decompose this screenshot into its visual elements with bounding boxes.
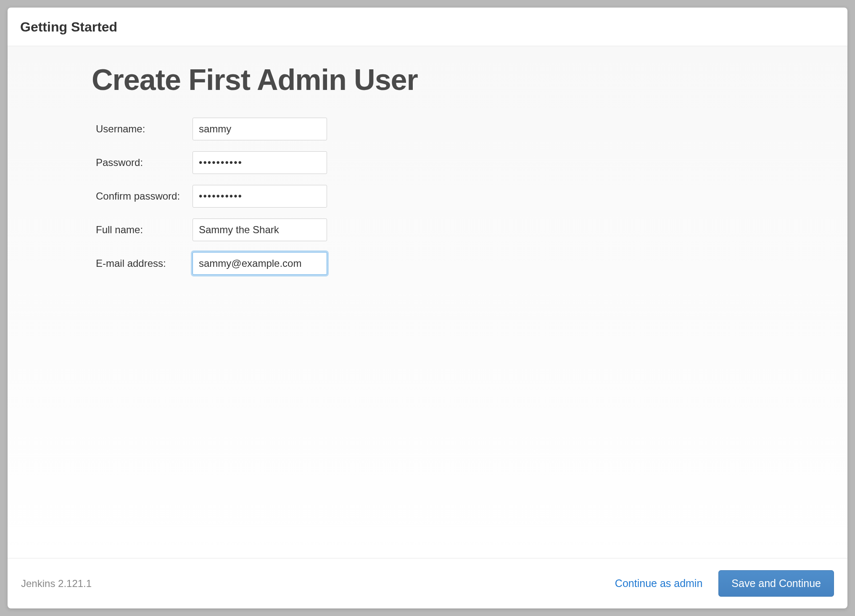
setup-wizard-modal: Getting Started Create First Admin User … [8,8,847,608]
continue-as-admin-button[interactable]: Continue as admin [615,577,702,590]
fullname-label: Full name: [96,224,193,236]
username-label: Username: [96,123,193,135]
email-input[interactable] [193,252,327,275]
fullname-input[interactable] [193,218,327,241]
form-row-password: Password: [96,151,763,174]
form-row-username: Username: [96,118,763,140]
modal-body: Create First Admin User Username: Passwo… [8,46,847,558]
save-and-continue-button[interactable]: Save and Continue [718,570,834,597]
page-title: Create First Admin User [92,63,763,97]
form-row-confirm-password: Confirm password: [96,185,763,208]
password-label: Password: [96,157,193,168]
form-row-fullname: Full name: [96,218,763,241]
modal-header: Getting Started [8,8,847,46]
header-title: Getting Started [20,19,835,35]
admin-user-form: Username: Password: Confirm password: Fu… [96,118,763,275]
jenkins-version: Jenkins 2.121.1 [21,578,92,590]
footer-buttons: Continue as admin Save and Continue [615,570,834,597]
confirm-password-input[interactable] [193,185,327,208]
modal-footer: Jenkins 2.121.1 Continue as admin Save a… [8,558,847,608]
password-input[interactable] [193,151,327,174]
confirm-password-label: Confirm password: [96,190,193,202]
email-label: E-mail address: [96,258,193,269]
username-input[interactable] [193,118,327,140]
form-row-email: E-mail address: [96,252,763,275]
